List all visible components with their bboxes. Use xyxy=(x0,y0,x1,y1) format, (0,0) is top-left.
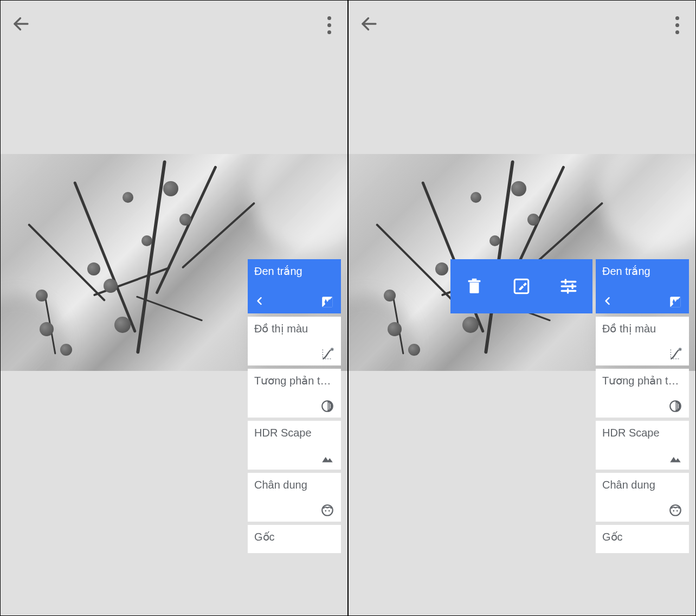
stack-item-label: HDR Scape xyxy=(254,426,334,439)
stack-item-label: HDR Scape xyxy=(602,426,682,439)
svg-point-4 xyxy=(331,348,333,350)
svg-point-30 xyxy=(670,505,681,516)
stack-item-label: Đồ thị màu xyxy=(602,322,682,335)
stack-item-original[interactable]: Gốc xyxy=(596,525,689,553)
svg-point-9 xyxy=(322,505,333,516)
adjust-step-button[interactable] xyxy=(558,275,579,297)
svg-rect-14 xyxy=(472,279,476,281)
more-menu-button[interactable] xyxy=(322,11,337,40)
curves-icon xyxy=(320,347,334,361)
svg-point-10 xyxy=(325,510,326,512)
stack-item-portrait[interactable]: Chân dung xyxy=(248,473,341,522)
more-menu-button[interactable] xyxy=(670,11,685,40)
stack-item-label: Gốc xyxy=(254,530,334,543)
topbar xyxy=(1,1,347,49)
stack-item-tonal[interactable]: Tương phản t… xyxy=(248,369,341,418)
tonal-contrast-icon xyxy=(668,399,682,413)
landscape-icon xyxy=(668,451,682,465)
stack-item-label: Chân dung xyxy=(602,478,682,491)
stack-item-label: Đồ thị màu xyxy=(254,322,334,335)
editor-panel-left: Đen trắng Đồ thị màu Tương phản t… xyxy=(0,0,348,616)
chevron-left-icon xyxy=(602,296,613,309)
back-button[interactable] xyxy=(359,14,379,36)
face-icon xyxy=(668,503,682,517)
face-icon xyxy=(320,503,334,517)
bw-contrast-icon xyxy=(668,295,682,309)
tonal-contrast-icon xyxy=(320,399,334,413)
edit-stack-list: Đen trắng Đồ thị màu Tương phản t… xyxy=(248,259,341,553)
svg-point-11 xyxy=(328,510,330,512)
svg-point-25 xyxy=(679,348,681,350)
reapply-edit-button[interactable] xyxy=(511,275,532,297)
stack-item-original[interactable]: Gốc xyxy=(248,525,341,553)
stack-item-hdr[interactable]: HDR Scape xyxy=(248,421,341,470)
stack-item-label: Đen trắng xyxy=(602,265,682,278)
stack-item-curves[interactable]: Đồ thị màu xyxy=(596,317,689,365)
delete-step-button[interactable] xyxy=(463,275,485,297)
stack-item-label: Tương phản t… xyxy=(602,374,682,387)
topbar xyxy=(349,1,695,49)
stack-item-label: Gốc xyxy=(602,530,682,543)
landscape-icon xyxy=(320,451,334,465)
stack-item-bw[interactable]: Đen trắng xyxy=(596,259,689,313)
svg-point-31 xyxy=(673,510,674,512)
stack-item-curves[interactable]: Đồ thị màu xyxy=(248,317,341,365)
bw-contrast-icon xyxy=(320,295,334,309)
stack-item-label: Đen trắng xyxy=(254,265,334,278)
edit-stack-list: Đen trắng Đồ thị màu Tương phản t… xyxy=(596,259,689,553)
back-button[interactable] xyxy=(11,14,31,36)
stack-action-bar xyxy=(450,259,592,313)
chevron-left-icon xyxy=(254,296,265,309)
curves-icon xyxy=(668,347,682,361)
stack-item-tonal[interactable]: Tương phản t… xyxy=(596,369,689,418)
stack-item-label: Chân dung xyxy=(254,478,334,491)
stack-item-hdr[interactable]: HDR Scape xyxy=(596,421,689,470)
stack-item-portrait[interactable]: Chân dung xyxy=(596,473,689,522)
editor-panel-right: Đen trắng Đồ thị màu Tương phản t… xyxy=(348,0,696,616)
stack-item-label: Tương phản t… xyxy=(254,374,334,387)
stack-item-bw[interactable]: Đen trắng xyxy=(248,259,341,313)
svg-point-32 xyxy=(676,510,678,512)
